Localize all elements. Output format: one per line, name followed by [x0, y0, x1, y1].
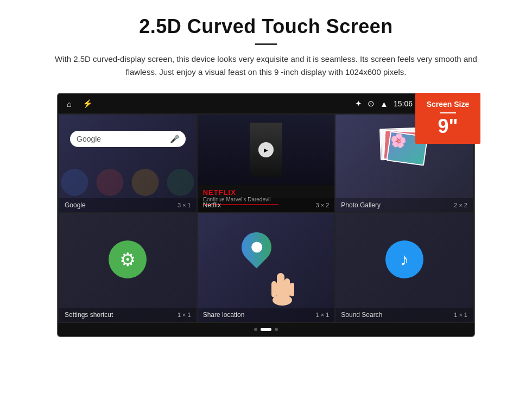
app-grid: Google 🎤 Google 3 × 1 ▶ [58, 113, 474, 323]
android-screen: ⌂ ⚡ ✦ ⊙ ▲ 15:06 ⊡ ◁) ✕ ▭ Google 🎤 [57, 93, 475, 337]
dot-2 [261, 328, 271, 331]
google-size: 3 × 1 [178, 202, 191, 208]
svg-rect-4 [290, 283, 294, 296]
photos-widget-label: Photo Gallery 2 × 2 [335, 198, 473, 212]
page-header: 2.5D Curved Touch Screen With 2.5D curve… [0, 0, 532, 84]
sound-search-widget[interactable]: ♪ Sound Search 1 × 1 [335, 213, 473, 322]
settings-widget[interactable]: ⚙ Settings shortcut 1 × 1 [59, 213, 197, 322]
home-icon[interactable]: ⌂ [67, 99, 72, 109]
status-bar: ⌂ ⚡ ✦ ⊙ ▲ 15:06 ⊡ ◁) ✕ ▭ [58, 94, 474, 113]
status-time: 15:06 [394, 99, 413, 108]
svg-rect-2 [284, 278, 290, 297]
badge-size: 9" [421, 117, 475, 136]
bluetooth-icon: ✦ [355, 99, 362, 109]
mic-icon[interactable]: 🎤 [170, 135, 179, 143]
screen-wrapper: Screen Size 9" ⌂ ⚡ ✦ ⊙ ▲ 15:06 ⊡ ◁) ✕ ▭ [57, 93, 475, 337]
share-name: Share location [203, 311, 245, 319]
share-size: 1 × 1 [316, 312, 330, 318]
google-logo: Google [77, 135, 170, 143]
sound-search-label: Sound Search 1 × 1 [335, 308, 473, 322]
share-location-label: Share location 1 × 1 [198, 308, 335, 322]
settings-widget-label: Settings shortcut 1 × 1 [59, 308, 197, 322]
badge-divider [440, 112, 456, 113]
location-icon: ⊙ [368, 99, 375, 109]
netflix-name: Netflix [203, 201, 221, 209]
page-title: 2.5D Curved Touch Screen [33, 15, 499, 38]
netflix-logo: NETFLIX [203, 188, 330, 196]
netflix-play-btn[interactable]: ▶ [258, 142, 274, 157]
netflix-size: 3 × 2 [316, 202, 330, 208]
dot-1 [254, 328, 257, 331]
svg-rect-3 [271, 281, 277, 297]
netflix-widget[interactable]: ▶ NETFLIX Continue Marvel's Daredevil Ne… [198, 115, 335, 212]
screen-size-badge: Screen Size 9" [415, 93, 480, 144]
share-hand-area [233, 230, 299, 306]
google-search-bar[interactable]: Google 🎤 [70, 131, 186, 147]
share-location-widget[interactable]: Share location 1 × 1 [198, 213, 335, 322]
flower-icon: 🌸 [389, 132, 407, 149]
sound-icon: ♪ [385, 240, 423, 278]
settings-gear: ⚙ [109, 240, 147, 278]
settings-size: 1 × 1 [178, 312, 191, 318]
title-divider [255, 43, 277, 45]
hand-svg [261, 251, 299, 306]
sound-size: 1 × 1 [454, 312, 467, 318]
badge-label: Screen Size [421, 99, 475, 109]
photos-name: Photo Gallery [341, 201, 381, 209]
netflix-bg: ▶ [198, 115, 335, 185]
photos-size: 2 × 2 [454, 202, 467, 208]
usb-icon: ⚡ [83, 99, 93, 109]
svg-rect-1 [277, 273, 284, 300]
google-widget-label: Google 3 × 1 [59, 198, 197, 212]
netflix-figure: ▶ [250, 123, 282, 177]
netflix-widget-label: Netflix 3 × 2 [198, 198, 335, 212]
settings-name: Settings shortcut [65, 311, 113, 319]
google-name: Google [65, 201, 86, 209]
status-left: ⌂ ⚡ [67, 99, 93, 109]
dot-3 [275, 328, 278, 331]
sound-name: Sound Search [341, 311, 382, 319]
bottom-bar [58, 323, 474, 336]
page-subtitle: With 2.5D curved-display screen, this de… [43, 53, 489, 79]
google-widget[interactable]: Google 🎤 Google 3 × 1 [59, 115, 197, 212]
wifi-icon: ▲ [380, 99, 388, 109]
